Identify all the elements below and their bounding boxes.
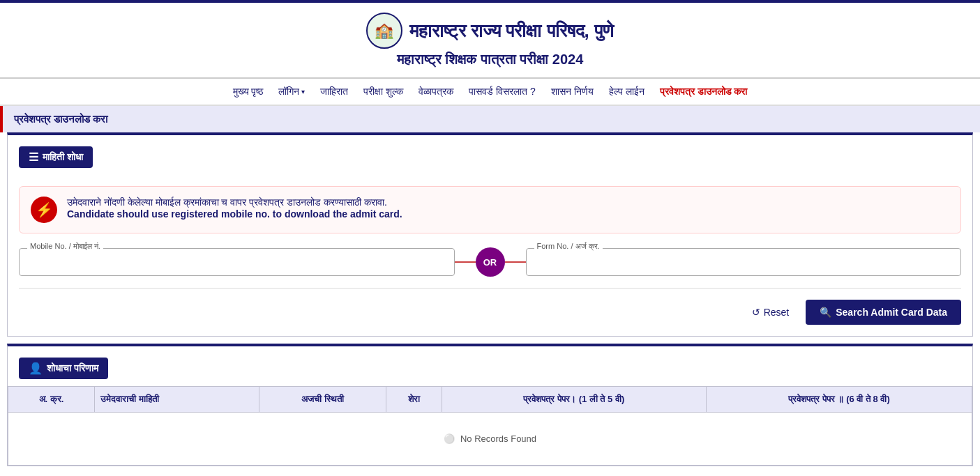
search-section-label: माहिती शोधा [43,151,83,163]
search-button-label: Search Admit Card Data [836,307,947,318]
mobile-field-wrapper: Mobile No. / मोबाईल नं. [19,248,455,276]
chevron-down-icon: ▾ [301,88,305,95]
nav-home[interactable]: मुख्य पृष्ठ [233,86,264,98]
results-panel: 👤 शोधाचा परिणाम अ. क्र. उमेदवाराची माहित… [7,344,973,466]
header-title: महाराष्ट्र राज्य परीक्षा परिषद, पुणे [409,20,614,42]
or-divider: OR [476,247,505,277]
nav-helpline[interactable]: हेल्प लाईन [609,86,644,98]
mobile-input[interactable] [19,248,455,276]
results-section-label: शोधाचा परिणाम [47,362,98,374]
form-no-label: Form No. / अर्ज क्र. [534,242,603,251]
nav-timetable[interactable]: वेळापत्रक [419,86,453,98]
alert-text: उमेदवाराने नोंदणी केलेल्या मोबाईल क्रमां… [67,197,402,220]
reset-label: Reset [764,307,790,318]
col-admit-paper1: प्रवेशपत्र पेपर। (1 ली ते 5 वी) [442,387,706,413]
main-nav: मुख्य पृष्ठ लॉगिन ▾ जाहिरात परीक्षा शुल्… [0,79,980,105]
nav-advertisement[interactable]: जाहिरात [320,86,348,98]
results-section-badge: 👤 शोधाचा परिणाम [19,358,108,379]
col-admit-paper2: प्रवेशपत्र पेपर ॥ (6 वी ते 8 वी) [707,387,972,413]
form-no-field-wrapper: Form No. / अर्ज क्र. [526,248,962,276]
alert-text-english: Candidate should use registered mobile n… [67,208,402,220]
no-records-icon: ⚪ [444,433,455,444]
form-no-input[interactable] [526,248,962,276]
no-records-row: ⚪ No Records Found [8,413,972,466]
search-icon: 🔍 [820,307,831,318]
or-circle: OR [476,247,505,277]
search-admit-card-button[interactable]: 🔍 Search Admit Card Data [806,300,961,325]
col-quota: शेरा [386,387,442,413]
no-records-text: No Records Found [460,433,536,444]
alert-text-marathi: उमेदवाराने नोंदणी केलेल्या मोबाईल क्रमां… [67,197,402,208]
buttons-row: ↺ Reset 🔍 Search Admit Card Data [19,295,961,325]
col-sr-no: अ. क्र. [8,387,95,413]
search-panel: ☰ माहिती शोधा ⚡ उमेदवाराने नोंदणी केलेल्… [7,132,973,337]
alert-box: ⚡ उमेदवाराने नोंदणी केलेल्या मोबाईल क्रम… [19,186,961,233]
results-table: अ. क्र. उमेदवाराची माहिती अजची स्थिती शे… [8,386,972,466]
table-body: ⚪ No Records Found [8,413,972,466]
col-candidate-info: उमेदवाराची माहिती [94,387,259,413]
section-bar-title: प्रवेशपत्र डाउनलोड करा [14,113,107,125]
logo: 🏫 [366,13,402,49]
table-header: अ. क्र. उमेदवाराची माहिती अजची स्थिती शे… [8,387,972,413]
search-section-icon: ☰ [29,151,38,164]
results-table-wrapper: अ. क्र. उमेदवाराची माहिती अजची स्थिती शे… [8,386,972,466]
reset-button[interactable]: ↺ Reset [742,301,799,323]
reset-icon: ↺ [752,307,760,318]
results-section-icon: 👤 [29,362,43,375]
nav-admit-card[interactable]: प्रवेशपत्र डाउनलोड करा [660,86,748,98]
section-bar: प्रवेशपत्र डाउनलोड करा [0,106,980,132]
mobile-label: Mobile No. / मोबाईल नं. [27,242,103,251]
header-subtitle: महाराष्ट्र शिक्षक पात्रता परीक्षा 2024 [14,52,966,68]
search-section-badge: ☰ माहिती शोधा [19,146,93,168]
nav-login[interactable]: लॉगिन ▾ [278,86,305,98]
form-divider [19,288,961,289]
page-header: 🏫 महाराष्ट्र राज्य परीक्षा परिषद, पुणे म… [0,3,980,79]
alert-icon: ⚡ [31,197,57,223]
no-records-cell: ⚪ No Records Found [8,413,972,466]
nav-forgot-password[interactable]: पासवर्ड विसरलात ? [469,86,536,98]
search-form-row: Mobile No. / मोबाईल नं. OR Form No. / अर… [19,247,961,277]
nav-govt-decision[interactable]: शासन निर्णय [551,86,594,98]
nav-exam-fee[interactable]: परीक्षा शुल्क [363,86,403,98]
col-application-status: अजची स्थिती [259,387,386,413]
